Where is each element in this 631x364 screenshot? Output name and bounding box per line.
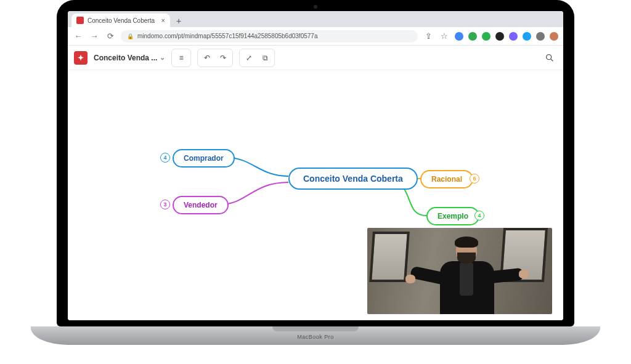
presenter-video-overlay[interactable] [367, 228, 552, 314]
extension-icon[interactable] [523, 32, 531, 41]
reload-button[interactable]: ⟳ [105, 31, 116, 42]
laptop-label: MacBook Pro [297, 334, 334, 340]
star-icon[interactable]: ☆ [439, 31, 450, 42]
mindmap-node-vendedor[interactable]: Vendedor [173, 196, 229, 214]
laptop-frame: Conceito Venda Coberta × + ← → ⟳ 🔒 mindo… [31, 0, 600, 345]
layout-group: ⤢ ⧉ [239, 49, 275, 67]
extension-icon[interactable] [495, 32, 504, 41]
app-logo-icon[interactable]: ✦ [74, 51, 88, 65]
close-tab-icon[interactable]: × [161, 17, 165, 24]
fit-button[interactable]: ⤢ [242, 52, 256, 64]
browser-tab-strip: Conceito Venda Coberta × + [68, 11, 563, 27]
history-group: ↶ ↷ [197, 49, 233, 67]
extension-icon[interactable] [536, 32, 545, 41]
svg-point-0 [547, 54, 552, 59]
url-input[interactable]: 🔒 mindomo.com/pt/mindmap/55557c15f9144a2… [121, 30, 418, 42]
extension-icon[interactable] [468, 32, 477, 41]
node-count-badge[interactable]: 4 [474, 211, 484, 220]
extension-icon[interactable] [509, 32, 518, 41]
favicon-icon [76, 17, 84, 24]
undo-button[interactable]: ↶ [200, 52, 214, 64]
layout-button[interactable]: ⧉ [258, 52, 272, 64]
avatar-icon[interactable] [550, 32, 558, 41]
share-icon[interactable]: ⇪ [423, 31, 434, 42]
menu-button[interactable]: ≡ [174, 52, 188, 64]
url-text: mindomo.com/pt/mindmap/55557c15f9144a258… [137, 33, 317, 39]
screen: Conceito Venda Coberta × + ← → ⟳ 🔒 mindo… [68, 11, 563, 320]
search-icon [545, 53, 555, 63]
forward-button[interactable]: → [89, 31, 100, 42]
back-button[interactable]: ← [73, 31, 84, 42]
lock-icon: 🔒 [127, 33, 134, 39]
presenter-figure [423, 234, 509, 314]
new-tab-button[interactable]: + [173, 15, 185, 27]
browser-tab[interactable]: Conceito Venda Coberta × [71, 14, 170, 27]
menu-group: ≡ [171, 49, 191, 67]
mindmap-node-exemplo[interactable]: Exemplo [426, 207, 479, 225]
mindmap-node-comprador[interactable]: Comprador [173, 149, 235, 168]
extension-icon[interactable] [482, 32, 491, 41]
laptop-base: MacBook Pro [31, 326, 600, 345]
extension-icon[interactable] [455, 32, 463, 41]
svg-line-1 [551, 59, 553, 61]
app-toolbar: ✦ Conceito Venda ... ⌄ ≡ ↶ ↷ ⤢ ⧉ [68, 46, 563, 70]
browser-address-bar: ← → ⟳ 🔒 mindomo.com/pt/mindmap/55557c15f… [68, 27, 563, 46]
node-count-badge[interactable]: 3 [160, 200, 170, 209]
node-count-badge[interactable]: 6 [470, 174, 479, 184]
mindmap-canvas[interactable]: Conceito Venda Coberta Comprador 4 Vende… [68, 70, 563, 320]
chevron-down-icon: ⌄ [160, 54, 165, 62]
screen-bezel: Conceito Venda Coberta × + ← → ⟳ 🔒 mindo… [57, 0, 574, 326]
node-count-badge[interactable]: 4 [160, 153, 170, 163]
redo-button[interactable]: ↷ [216, 52, 230, 64]
extension-icons: ⇪ ☆ [423, 31, 558, 42]
search-button[interactable] [542, 51, 557, 65]
mindmap-node-racional[interactable]: Racional [420, 170, 473, 188]
mindmap-center-node[interactable]: Conceito Venda Coberta [288, 168, 418, 190]
tab-title: Conceito Venda Coberta [88, 17, 155, 24]
wall-art [369, 232, 410, 282]
camera-dot [314, 5, 317, 9]
document-title[interactable]: Conceito Venda ... ⌄ [94, 54, 165, 62]
